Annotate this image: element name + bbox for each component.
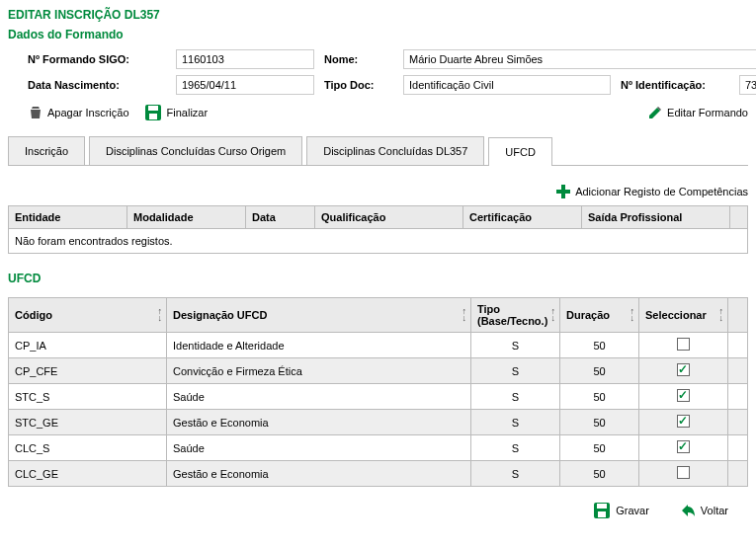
sort-icon[interactable]: ↑↓ <box>551 308 556 322</box>
label-data-nascimento: Data Nascimento: <box>28 79 166 91</box>
table-row: STC_GEGestão e EconomiaS50 <box>9 410 748 435</box>
input-tipo-doc[interactable] <box>403 75 611 95</box>
trash-icon <box>28 105 43 120</box>
add-competencias-label: Adicionar Registo de Competências <box>575 186 748 197</box>
checkbox[interactable] <box>677 415 690 428</box>
svg-rect-1 <box>148 106 158 111</box>
th-entidade[interactable]: Entidade <box>9 206 127 229</box>
tab-inscricao[interactable]: Inscrição <box>8 136 85 165</box>
label-nome: Nome: <box>324 53 393 65</box>
cell-designacao: Saúde <box>167 384 471 410</box>
th-saida[interactable]: Saída Profissional <box>582 206 730 229</box>
cell-codigo: CLC_GE <box>9 461 167 487</box>
table-row: CP_IAIdentidade e AlteridadeS50 <box>9 333 748 358</box>
cell-designacao: Gestão e Economia <box>167 461 471 487</box>
cell-seleccionar <box>639 410 728 435</box>
label-tipo-doc: Tipo Doc: <box>324 79 393 91</box>
plus-icon <box>555 184 571 199</box>
th-qualificacao[interactable]: Qualificação <box>315 206 463 229</box>
voltar-button[interactable]: Voltar <box>679 501 728 520</box>
input-data-nascimento[interactable] <box>176 75 314 95</box>
svg-rect-6 <box>597 504 607 509</box>
finalizar-label: Finalizar <box>167 107 209 118</box>
cell-seleccionar <box>639 358 728 384</box>
cell-blank <box>728 333 748 358</box>
th-data[interactable]: Data <box>246 206 315 229</box>
th-codigo[interactable]: Código↑↓ <box>9 298 167 333</box>
page-title: EDITAR INSCRIÇÃO DL357 <box>8 8 748 22</box>
save-icon <box>592 501 612 520</box>
th-blank2 <box>728 298 748 333</box>
cell-seleccionar <box>639 461 728 487</box>
cell-tipo: S <box>471 410 560 435</box>
tab-disc-origem[interactable]: Disciplinas Concluídas Curso Origem <box>89 136 302 165</box>
add-competencias-link[interactable]: Adicionar Registo de Competências <box>555 184 748 199</box>
cell-tipo: S <box>471 333 560 358</box>
cell-blank <box>728 410 748 435</box>
checkbox[interactable] <box>677 363 690 376</box>
edit-icon <box>647 105 663 120</box>
save-icon <box>143 103 163 122</box>
cell-seleccionar <box>639 435 728 461</box>
checkbox[interactable] <box>677 389 690 402</box>
cell-designacao: Saúde <box>167 435 471 461</box>
editar-formando-label: Editar Formando <box>667 107 748 118</box>
finalizar-link[interactable]: Finalizar <box>143 103 209 122</box>
th-duracao[interactable]: Duração↑↓ <box>560 298 639 333</box>
th-certificacao[interactable]: Certificação <box>463 206 582 229</box>
editar-formando-link[interactable]: Editar Formando <box>647 105 748 120</box>
input-num-identificacao[interactable] <box>739 75 756 95</box>
back-icon <box>679 502 697 519</box>
cell-codigo: STC_GE <box>9 410 167 435</box>
competencias-table: Entidade Modalidade Data Qualificação Ce… <box>8 205 748 254</box>
th-blank <box>730 206 748 229</box>
cell-designacao: Gestão e Economia <box>167 410 471 435</box>
cell-tipo: S <box>471 461 560 487</box>
th-designacao[interactable]: Designação UFCD↑↓ <box>167 298 471 333</box>
empty-message: Não foram encontrados registos. <box>9 229 748 254</box>
voltar-label: Voltar <box>701 505 728 516</box>
cell-blank <box>728 435 748 461</box>
ufcd-table: Código↑↓ Designação UFCD↑↓ Tipo (Base/Te… <box>8 297 748 487</box>
sort-icon[interactable]: ↑↓ <box>462 308 467 322</box>
cell-codigo: STC_S <box>9 384 167 410</box>
table-row: STC_SSaúdeS50 <box>9 384 748 410</box>
table-row: CLC_SSaúdeS50 <box>9 435 748 461</box>
cell-tipo: S <box>471 358 560 384</box>
svg-rect-7 <box>598 511 606 517</box>
cell-duracao: 50 <box>560 435 639 461</box>
cell-seleccionar <box>639 384 728 410</box>
th-seleccionar[interactable]: Seleccionar↑↓ <box>639 298 728 333</box>
cell-designacao: Identidade e Alteridade <box>167 333 471 358</box>
cell-designacao: Convicção e Firmeza Ética <box>167 358 471 384</box>
checkbox[interactable] <box>677 338 690 351</box>
sort-icon[interactable]: ↑↓ <box>719 308 724 322</box>
gravar-label: Gravar <box>616 505 649 516</box>
cell-duracao: 50 <box>560 333 639 358</box>
checkbox[interactable] <box>677 440 690 453</box>
cell-blank <box>728 358 748 384</box>
apagar-label: Apagar Inscrição <box>47 107 129 118</box>
th-modalidade[interactable]: Modalidade <box>127 206 246 229</box>
table-row: CP_CFEConvicção e Firmeza ÉticaS50 <box>9 358 748 384</box>
input-nome[interactable] <box>403 49 756 69</box>
apagar-inscricao-link[interactable]: Apagar Inscrição <box>28 105 129 120</box>
label-num-formando: Nº Formando SIGO: <box>28 53 166 65</box>
ufcd-section-title: UFCD <box>8 272 748 285</box>
tabstrip: Inscrição Disciplinas Concluídas Curso O… <box>8 136 748 166</box>
sort-icon[interactable]: ↑↓ <box>630 308 635 322</box>
checkbox[interactable] <box>677 466 690 479</box>
sort-icon[interactable]: ↑↓ <box>158 308 163 322</box>
cell-blank <box>728 461 748 487</box>
input-num-formando[interactable] <box>176 49 314 69</box>
th-tipo[interactable]: Tipo (Base/Tecno.)↑↓ <box>471 298 560 333</box>
cell-codigo: CLC_S <box>9 435 167 461</box>
cell-codigo: CP_CFE <box>9 358 167 384</box>
cell-duracao: 50 <box>560 358 639 384</box>
cell-seleccionar <box>639 333 728 358</box>
tab-disc-dl357[interactable]: Disciplinas Concluídas DL357 <box>306 136 484 165</box>
cell-tipo: S <box>471 435 560 461</box>
label-num-identificacao: Nº Identificação: <box>621 79 729 91</box>
tab-ufcd[interactable]: UFCD <box>488 137 552 166</box>
gravar-button[interactable]: Gravar <box>592 501 649 520</box>
